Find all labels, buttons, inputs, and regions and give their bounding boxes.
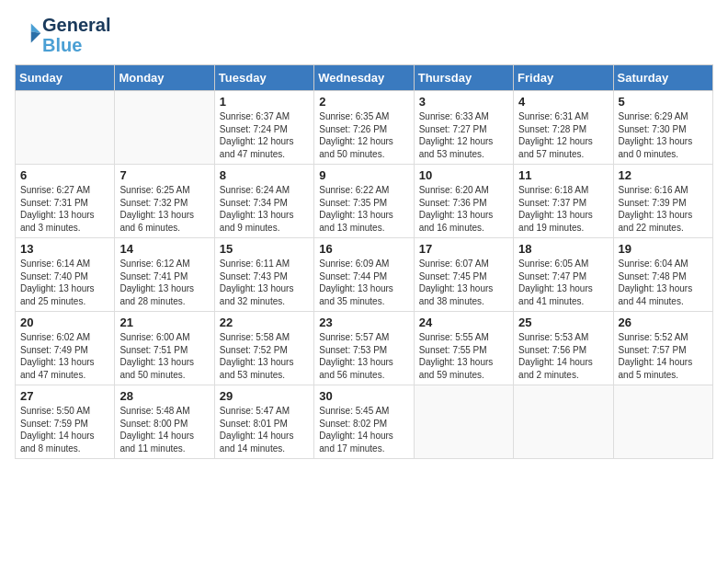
calendar-cell: 12Sunrise: 6:16 AMSunset: 7:39 PMDayligh…: [613, 165, 712, 238]
weekday-header: Saturday: [613, 65, 712, 91]
day-number: 14: [119, 242, 209, 256]
logo-icon: [17, 20, 42, 46]
day-number: 20: [20, 316, 109, 329]
day-info: Sunrise: 5:47 AMSunset: 8:01 PMDaylight:…: [220, 405, 309, 454]
calendar-week-row: 1Sunrise: 6:37 AMSunset: 7:24 PMDaylight…: [16, 91, 713, 165]
day-number: 29: [220, 389, 309, 403]
day-info: Sunrise: 6:25 AMSunset: 7:32 PMDaylight:…: [119, 184, 209, 234]
day-number: 17: [419, 242, 508, 256]
calendar-cell: 10Sunrise: 6:20 AMSunset: 7:36 PMDayligh…: [414, 165, 513, 238]
day-number: 4: [518, 95, 608, 109]
day-info: Sunrise: 6:02 AMSunset: 7:49 PMDaylight:…: [20, 331, 109, 381]
calendar-cell: 19Sunrise: 6:04 AMSunset: 7:48 PMDayligh…: [613, 238, 712, 312]
calendar-week-row: 13Sunrise: 6:14 AMSunset: 7:40 PMDayligh…: [16, 238, 713, 312]
calendar-cell: 11Sunrise: 6:18 AMSunset: 7:37 PMDayligh…: [514, 165, 613, 238]
day-number: 27: [20, 389, 109, 403]
day-number: 9: [319, 168, 408, 182]
weekday-header: Thursday: [414, 65, 513, 91]
day-info: Sunrise: 6:33 AMSunset: 7:27 PMDaylight:…: [419, 110, 508, 160]
logo-line2: Blue: [42, 35, 110, 55]
calendar-cell: 9Sunrise: 6:22 AMSunset: 7:35 PMDaylight…: [314, 165, 414, 238]
day-info: Sunrise: 6:14 AMSunset: 7:40 PMDaylight:…: [20, 258, 109, 307]
day-info: Sunrise: 6:22 AMSunset: 7:35 PMDaylight:…: [319, 184, 408, 234]
day-info: Sunrise: 5:55 AMSunset: 7:55 PMDaylight:…: [419, 331, 508, 381]
day-number: 2: [319, 95, 408, 109]
calendar-cell: 5Sunrise: 6:29 AMSunset: 7:30 PMDaylight…: [613, 91, 712, 165]
day-number: 12: [619, 168, 708, 182]
calendar-cell: 26Sunrise: 5:52 AMSunset: 7:57 PMDayligh…: [613, 312, 712, 385]
weekday-header: Tuesday: [214, 65, 313, 91]
day-info: Sunrise: 6:12 AMSunset: 7:41 PMDaylight:…: [119, 258, 209, 307]
day-info: Sunrise: 6:00 AMSunset: 7:51 PMDaylight:…: [119, 331, 209, 381]
weekday-header: Sunday: [16, 65, 115, 91]
day-info: Sunrise: 6:35 AMSunset: 7:26 PMDaylight:…: [319, 110, 408, 160]
day-info: Sunrise: 6:04 AMSunset: 7:48 PMDaylight:…: [619, 258, 708, 307]
header-row: SundayMondayTuesdayWednesdayThursdayFrid…: [16, 65, 713, 91]
day-info: Sunrise: 6:16 AMSunset: 7:39 PMDaylight:…: [619, 184, 708, 234]
day-info: Sunrise: 5:50 AMSunset: 7:59 PMDaylight:…: [20, 405, 109, 454]
day-info: Sunrise: 5:58 AMSunset: 7:52 PMDaylight:…: [220, 331, 309, 381]
day-info: Sunrise: 5:52 AMSunset: 7:57 PMDaylight:…: [619, 331, 708, 381]
svg-marker-1: [31, 31, 41, 42]
calendar-cell: 30Sunrise: 5:45 AMSunset: 8:02 PMDayligh…: [314, 385, 414, 459]
day-number: 18: [518, 242, 608, 256]
day-info: Sunrise: 6:05 AMSunset: 7:47 PMDaylight:…: [518, 258, 608, 307]
calendar: SundayMondayTuesdayWednesdayThursdayFrid…: [15, 64, 713, 459]
calendar-cell: 8Sunrise: 6:24 AMSunset: 7:34 PMDaylight…: [214, 165, 313, 238]
day-number: 21: [119, 316, 209, 329]
day-info: Sunrise: 5:45 AMSunset: 8:02 PMDaylight:…: [319, 405, 408, 454]
calendar-cell: 21Sunrise: 6:00 AMSunset: 7:51 PMDayligh…: [115, 312, 214, 385]
day-info: Sunrise: 6:09 AMSunset: 7:44 PMDaylight:…: [319, 258, 408, 307]
calendar-cell: 24Sunrise: 5:55 AMSunset: 7:55 PMDayligh…: [414, 312, 513, 385]
day-info: Sunrise: 6:20 AMSunset: 7:36 PMDaylight:…: [419, 184, 508, 234]
calendar-week-row: 6Sunrise: 6:27 AMSunset: 7:31 PMDaylight…: [16, 165, 713, 238]
day-number: 6: [20, 168, 109, 182]
calendar-cell: 2Sunrise: 6:35 AMSunset: 7:26 PMDaylight…: [314, 91, 414, 165]
day-number: 19: [619, 242, 708, 256]
calendar-cell: 20Sunrise: 6:02 AMSunset: 7:49 PMDayligh…: [16, 312, 115, 385]
day-number: 13: [20, 242, 109, 256]
day-number: 3: [419, 95, 508, 109]
calendar-cell: 25Sunrise: 5:53 AMSunset: 7:56 PMDayligh…: [514, 312, 613, 385]
page-header: General Blue: [15, 15, 713, 55]
svg-marker-0: [31, 24, 41, 34]
day-number: 28: [119, 389, 209, 403]
calendar-cell: 27Sunrise: 5:50 AMSunset: 7:59 PMDayligh…: [16, 385, 115, 459]
calendar-cell: 29Sunrise: 5:47 AMSunset: 8:01 PMDayligh…: [214, 385, 313, 459]
calendar-week-row: 20Sunrise: 6:02 AMSunset: 7:49 PMDayligh…: [16, 312, 713, 385]
day-number: 5: [619, 95, 708, 109]
day-number: 8: [220, 168, 309, 182]
calendar-cell: [16, 91, 115, 165]
calendar-cell: 1Sunrise: 6:37 AMSunset: 7:24 PMDaylight…: [214, 91, 313, 165]
calendar-cell: 23Sunrise: 5:57 AMSunset: 7:53 PMDayligh…: [314, 312, 414, 385]
day-info: Sunrise: 5:57 AMSunset: 7:53 PMDaylight:…: [319, 331, 408, 381]
day-number: 26: [619, 316, 708, 329]
day-number: 22: [220, 316, 309, 329]
calendar-cell: 13Sunrise: 6:14 AMSunset: 7:40 PMDayligh…: [16, 238, 115, 312]
calendar-cell: 22Sunrise: 5:58 AMSunset: 7:52 PMDayligh…: [214, 312, 313, 385]
weekday-header: Monday: [115, 65, 214, 91]
day-info: Sunrise: 6:37 AMSunset: 7:24 PMDaylight:…: [220, 110, 309, 160]
calendar-cell: [414, 385, 513, 459]
day-info: Sunrise: 5:53 AMSunset: 7:56 PMDaylight:…: [518, 331, 608, 381]
calendar-cell: 14Sunrise: 6:12 AMSunset: 7:41 PMDayligh…: [115, 238, 214, 312]
weekday-header: Friday: [514, 65, 613, 91]
calendar-cell: 28Sunrise: 5:48 AMSunset: 8:00 PMDayligh…: [115, 385, 214, 459]
calendar-cell: 7Sunrise: 6:25 AMSunset: 7:32 PMDaylight…: [115, 165, 214, 238]
day-number: 23: [319, 316, 408, 329]
day-number: 30: [319, 389, 408, 403]
logo-line1: General: [42, 15, 110, 35]
day-number: 24: [419, 316, 508, 329]
day-number: 16: [319, 242, 408, 256]
day-info: Sunrise: 6:31 AMSunset: 7:28 PMDaylight:…: [518, 110, 608, 160]
day-info: Sunrise: 6:11 AMSunset: 7:43 PMDaylight:…: [220, 258, 309, 307]
calendar-cell: [613, 385, 712, 459]
calendar-cell: 15Sunrise: 6:11 AMSunset: 7:43 PMDayligh…: [214, 238, 313, 312]
day-number: 15: [220, 242, 309, 256]
calendar-week-row: 27Sunrise: 5:50 AMSunset: 7:59 PMDayligh…: [16, 385, 713, 459]
day-number: 25: [518, 316, 608, 329]
calendar-cell: [514, 385, 613, 459]
calendar-cell: 6Sunrise: 6:27 AMSunset: 7:31 PMDaylight…: [16, 165, 115, 238]
day-info: Sunrise: 5:48 AMSunset: 8:00 PMDaylight:…: [119, 405, 209, 454]
logo: General Blue: [15, 15, 110, 55]
